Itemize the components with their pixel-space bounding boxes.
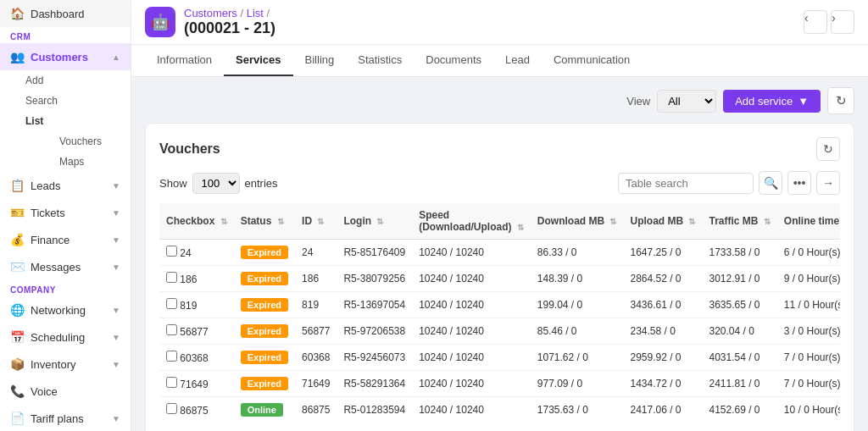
- cell-checkbox: 819: [159, 292, 234, 318]
- sidebar-sub-search[interactable]: Search: [0, 91, 131, 111]
- sidebar-item-voice[interactable]: 📞 Voice: [0, 378, 131, 405]
- tab-services[interactable]: Services: [224, 45, 293, 76]
- cell-id: 819: [295, 292, 337, 318]
- tab-documents[interactable]: Documents: [414, 45, 493, 76]
- sidebar-sub-add[interactable]: Add: [0, 70, 131, 91]
- row-checkbox[interactable]: [166, 272, 177, 283]
- row-checkbox[interactable]: [166, 351, 177, 362]
- status-badge: Expired: [241, 324, 288, 338]
- cell-id: 56877: [295, 318, 337, 345]
- status-badge: Expired: [241, 298, 288, 312]
- row-checkbox[interactable]: [166, 246, 177, 257]
- networking-icon: 🌐: [10, 303, 24, 317]
- tab-billing[interactable]: Billing: [293, 45, 347, 76]
- card-refresh-button[interactable]: ↻: [816, 137, 840, 161]
- vouchers-card: Vouchers ↻ Show 100 50 25 entries 🔍: [145, 123, 854, 431]
- status-badge: Expired: [241, 377, 288, 390]
- sidebar-item-dashboard[interactable]: 🏠 Dashboard: [0, 0, 131, 27]
- row-checkbox[interactable]: [166, 298, 177, 309]
- content-area: View All Add service ▼ ↻ Vouchers ↻ Show: [131, 77, 868, 431]
- sidebar-item-tariff-plans[interactable]: 📄 Tariff plans ▼: [0, 405, 131, 431]
- dashboard-icon: 🏠: [10, 7, 24, 20]
- col-traffic[interactable]: Traffic MB ⇅: [702, 203, 776, 240]
- cell-status: Expired: [234, 266, 295, 292]
- col-download[interactable]: Download MB ⇅: [531, 203, 624, 240]
- tab-information[interactable]: Information: [145, 45, 224, 76]
- cell-download: 85.46 / 0: [531, 318, 624, 345]
- breadcrumb-list[interactable]: List: [247, 7, 264, 19]
- breadcrumb-customers[interactable]: Customers: [184, 7, 237, 19]
- status-badge: Online: [241, 403, 283, 417]
- vouchers-table-wrap: Checkbox ⇅ Status ⇅ ID ⇅ Login ⇅ Speed(D…: [159, 203, 840, 423]
- refresh-button[interactable]: ↻: [827, 87, 854, 114]
- view-label: View: [626, 95, 650, 108]
- cell-online-time: 9 / 0 Hour(s): [777, 266, 840, 292]
- inventory-icon: 📦: [10, 357, 24, 371]
- leads-icon: 📋: [10, 179, 24, 192]
- cell-traffic: 3635.65 / 0: [702, 292, 776, 318]
- col-login[interactable]: Login ⇅: [337, 203, 412, 240]
- cell-traffic: 2411.81 / 0: [702, 371, 776, 397]
- topbar-nav: ‹ ›: [804, 10, 854, 34]
- tab-lead[interactable]: Lead: [493, 45, 542, 76]
- sidebar-sub-list[interactable]: List: [0, 111, 131, 131]
- more-options-button[interactable]: •••: [787, 171, 811, 195]
- sidebar-sub-maps[interactable]: Maps: [34, 152, 131, 172]
- toolbar-row: Show 100 50 25 entries 🔍 ••• →: [159, 171, 840, 195]
- cell-status: Expired: [234, 345, 295, 371]
- col-status[interactable]: Status ⇅: [234, 203, 295, 240]
- cell-traffic: 1733.58 / 0: [702, 240, 776, 266]
- sidebar-item-label: Tickets: [31, 207, 65, 219]
- sidebar-item-scheduling[interactable]: 📅 Scheduling ▼: [0, 323, 131, 351]
- chevron-down-icon: ▼: [112, 306, 120, 315]
- cell-download: 977.09 / 0: [531, 371, 624, 397]
- cell-checkbox: 71649: [159, 371, 234, 397]
- sidebar-item-tickets[interactable]: 🎫 Tickets ▼: [0, 199, 131, 226]
- col-speed[interactable]: Speed(Download/Upload) ⇅: [412, 203, 531, 240]
- row-checkbox[interactable]: [166, 377, 177, 388]
- cell-download: 86.33 / 0: [531, 240, 624, 266]
- cell-login: R5-92456073: [337, 345, 412, 371]
- sidebar-item-finance[interactable]: 💰 Finance ▼: [0, 226, 131, 253]
- sidebar-sub-vouchers[interactable]: Vouchers: [34, 131, 131, 152]
- cell-login: R5-58291364: [337, 371, 412, 397]
- cell-download: 1071.62 / 0: [531, 345, 624, 371]
- tab-communication[interactable]: Communication: [542, 45, 642, 76]
- col-online-time[interactable]: Online time ⇅: [777, 203, 840, 240]
- row-checkbox[interactable]: [166, 403, 177, 414]
- chevron-down-icon: ▼: [112, 181, 120, 191]
- cell-checkbox: 56877: [159, 318, 234, 345]
- col-id[interactable]: ID ⇅: [295, 203, 337, 240]
- cell-download: 199.04 / 0: [531, 292, 624, 318]
- tickets-icon: 🎫: [10, 206, 24, 219]
- sidebar: 🏠 Dashboard CRM 👥 Customers ▲ Add Search…: [0, 0, 131, 431]
- topbar-info: Customers / List / (000021 - 21): [184, 7, 275, 37]
- export-button[interactable]: →: [816, 171, 840, 195]
- sidebar-item-label: Messages: [31, 261, 81, 274]
- sidebar-item-inventory[interactable]: 📦 Inventory ▼: [0, 351, 131, 378]
- row-checkbox[interactable]: [166, 324, 177, 335]
- sidebar-item-customers[interactable]: 👥 Customers ▲: [0, 43, 131, 70]
- cell-speed: 10240 / 10240: [412, 397, 531, 423]
- view-select[interactable]: All: [657, 90, 716, 113]
- sidebar-item-label: Voice: [31, 385, 58, 398]
- show-entries-select[interactable]: 100 50 25: [192, 173, 240, 194]
- nav-prev-button[interactable]: ‹: [804, 10, 827, 34]
- cell-id: 60368: [295, 345, 337, 371]
- sidebar-item-leads[interactable]: 📋 Leads ▼: [0, 172, 131, 199]
- chevron-down-icon: ▼: [112, 208, 120, 218]
- cell-id: 186: [295, 266, 337, 292]
- table-header-row: Checkbox ⇅ Status ⇅ ID ⇅ Login ⇅ Speed(D…: [159, 203, 840, 240]
- chevron-up-icon: ▲: [112, 52, 120, 62]
- table-search-input[interactable]: [618, 173, 754, 194]
- add-service-button[interactable]: Add service ▼: [723, 90, 821, 113]
- chevron-down-icon: ▼: [112, 360, 120, 369]
- col-upload[interactable]: Upload MB ⇅: [623, 203, 702, 240]
- search-button[interactable]: 🔍: [759, 171, 782, 195]
- cell-id: 86875: [295, 397, 337, 423]
- sidebar-item-messages[interactable]: ✉️ Messages ▼: [0, 253, 131, 280]
- sidebar-item-networking[interactable]: 🌐 Networking ▼: [0, 296, 131, 323]
- table-body: 24 Expired 24 R5-85176409 10240 / 10240 …: [159, 240, 840, 423]
- tab-statistics[interactable]: Statistics: [346, 45, 414, 76]
- nav-next-button[interactable]: ›: [831, 10, 854, 34]
